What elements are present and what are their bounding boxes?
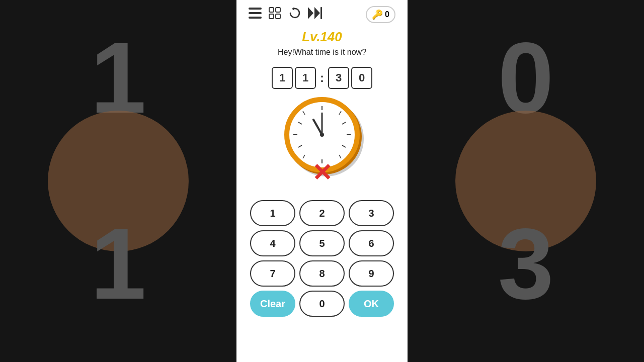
svg-point-25 (320, 133, 324, 137)
background-left: 1 1 (0, 0, 236, 362)
svg-rect-5 (269, 14, 274, 19)
key-count: 0 (385, 10, 389, 19)
svg-line-17 (342, 122, 346, 124)
answer-box-3: 3 (328, 67, 349, 89)
svg-rect-10 (320, 7, 322, 19)
num-btn-2[interactable]: 2 (299, 200, 345, 226)
numpad-row-3: 7 8 9 (246, 260, 398, 287)
answer-box-2: 1 (295, 67, 316, 89)
svg-marker-7 (292, 7, 294, 11)
answer-box-1: 1 (272, 67, 293, 89)
level-label: Lv.140 (302, 29, 342, 45)
num-btn-4[interactable]: 4 (250, 230, 295, 256)
svg-rect-0 (249, 8, 262, 10)
question-text: Hey!What time is it now? (278, 48, 366, 57)
svg-line-19 (342, 145, 346, 147)
bg-right-digit-bottom: 3 (498, 206, 553, 322)
clear-button[interactable]: Clear (250, 291, 295, 317)
menu-icon[interactable] (249, 8, 262, 22)
key-badge[interactable]: 🔑 0 (366, 6, 395, 23)
svg-line-23 (313, 120, 322, 135)
svg-marker-9 (314, 7, 320, 19)
svg-marker-8 (308, 7, 313, 19)
toolbar-left-icons (249, 7, 322, 23)
svg-rect-6 (276, 14, 280, 19)
svg-rect-2 (249, 17, 262, 19)
numpad-row-4: Clear 0 OK (246, 291, 398, 317)
num-btn-8[interactable]: 8 (299, 260, 345, 287)
num-btn-3[interactable]: 3 (349, 200, 394, 226)
svg-line-20 (298, 145, 302, 147)
answer-colon: : (320, 71, 324, 85)
answer-box-4: 0 (351, 67, 372, 89)
num-btn-0[interactable]: 0 (299, 291, 345, 317)
answer-row: 1 1 : 3 0 (272, 67, 372, 89)
ok-button[interactable]: OK (349, 291, 394, 317)
svg-line-16 (303, 111, 305, 115)
numpad-row-1: 1 2 3 (246, 200, 398, 226)
clock-svg (289, 102, 355, 167)
grid-icon[interactable] (269, 7, 281, 22)
svg-line-21 (339, 155, 341, 158)
refresh-icon[interactable] (288, 7, 301, 23)
svg-line-15 (339, 111, 341, 115)
x-mark: ✕ (312, 161, 332, 185)
key-icon: 🔑 (372, 9, 383, 20)
num-btn-6[interactable]: 6 (349, 230, 394, 256)
game-panel: 🔑 0 Lv.140 Hey!What time is it now? 1 1 … (236, 0, 408, 362)
numpad-row-2: 4 5 6 (246, 230, 398, 256)
numpad: 1 2 3 4 5 6 7 8 9 Clear 0 OK (242, 200, 403, 317)
num-btn-9[interactable]: 9 (349, 260, 394, 287)
num-btn-7[interactable]: 7 (250, 260, 295, 287)
num-btn-1[interactable]: 1 (250, 200, 295, 226)
num-btn-5[interactable]: 5 (299, 230, 345, 256)
clock-container: ✕ (284, 97, 360, 172)
svg-rect-3 (269, 8, 274, 12)
toolbar: 🔑 0 (242, 0, 403, 27)
fast-forward-icon[interactable] (308, 7, 322, 22)
background-right: 0 3 (408, 0, 644, 362)
svg-line-18 (298, 122, 302, 124)
svg-rect-1 (249, 12, 262, 14)
bg-left-digit-bottom: 1 (90, 206, 146, 322)
svg-rect-4 (276, 8, 280, 12)
svg-line-22 (303, 155, 305, 158)
